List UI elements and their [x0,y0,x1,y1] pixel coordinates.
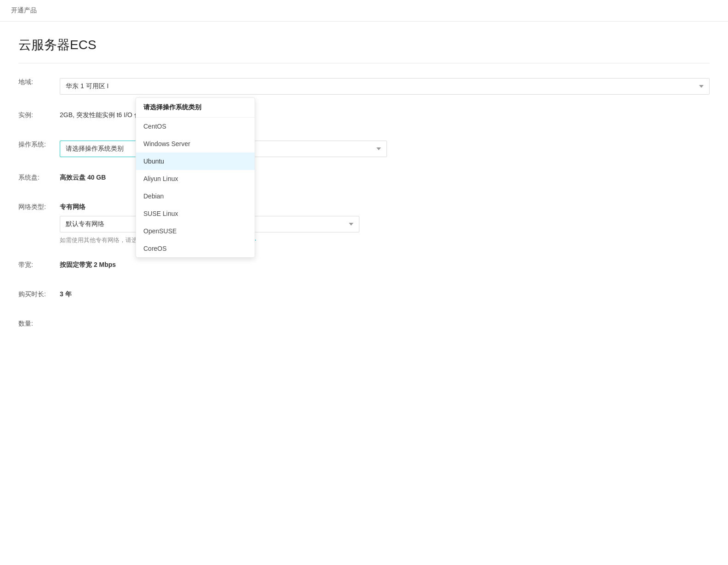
disk-label: 系统盘: [18,170,60,182]
dropdown-item-debian[interactable]: Debian [136,187,255,205]
region-chevron-icon [699,85,704,88]
region-select-text: 华东 1 可用区 I [66,82,108,90]
switch-chevron-icon [349,223,353,226]
page-content: 云服务器ECS 地域: 华东 1 可用区 I 实例: 2GB, 突发性能实例 t… [0,22,728,360]
os-label: 操作系统: [18,137,60,149]
os-row: 操作系统: 请选择操作系统类别 请选择版本 [18,137,710,157]
page-header: 开通产品 [0,0,728,22]
os-version-chevron-icon [376,147,381,150]
page-title: 云服务器ECS [18,36,710,63]
duration-row: 购买时长: 3 年 [18,287,710,303]
dropdown-item-opensuse[interactable]: OpenSUSE [136,222,255,240]
instance-row: 实例: 2GB, 突发性能实例 t6 I/O 优化实例 [18,107,710,124]
network-select-text: 默认专有网络 [66,220,104,228]
dropdown-item-suse[interactable]: SUSE Linux [136,205,255,222]
dropdown-item-windows[interactable]: Windows Server [136,135,255,153]
dropdown-item-ubuntu[interactable]: Ubuntu [136,153,255,170]
instance-label: 实例: [18,107,60,119]
region-label: 地域: [18,74,60,86]
region-row: 地域: 华东 1 可用区 I [18,74,710,95]
dropdown-item-centos[interactable]: CentOS [136,118,255,135]
dropdown-header: 请选择操作系统类别 [136,98,255,118]
quantity-label: 数量: [18,316,60,328]
region-select[interactable]: 华东 1 可用区 I [60,78,710,95]
region-value: 华东 1 可用区 I [60,74,710,95]
network-type-row: 网络类型: 专有网络 默认专有网络 默认交换机 如需使用其他专有网络，请选择已有… [18,199,710,244]
os-dropdown: 请选择操作系统类别 CentOSWindows ServerUbuntuAliy… [136,97,255,258]
network-type-label: 网络类型: [18,199,60,211]
dropdown-item-aliyun[interactable]: Aliyun Linux [136,170,255,187]
disk-row: 系统盘: 高效云盘 40 GB [18,170,710,186]
duration-value: 3 年 [60,287,710,299]
dropdown-item-coreos[interactable]: CoreOS [136,240,255,257]
duration-label: 购买时长: [18,287,60,299]
bandwidth-label: 带宽: [18,257,60,269]
dropdown-items-container: CentOSWindows ServerUbuntuAliyun LinuxDe… [136,118,255,257]
os-type-text: 请选择操作系统类别 [66,145,124,153]
quantity-row: 数量: [18,316,710,333]
bandwidth-value: 按固定带宽 2 Mbps [60,257,710,269]
quantity-value [60,316,710,320]
bandwidth-row: 带宽: 按固定带宽 2 Mbps [18,257,710,274]
breadcrumb: 开通产品 [11,6,37,14]
